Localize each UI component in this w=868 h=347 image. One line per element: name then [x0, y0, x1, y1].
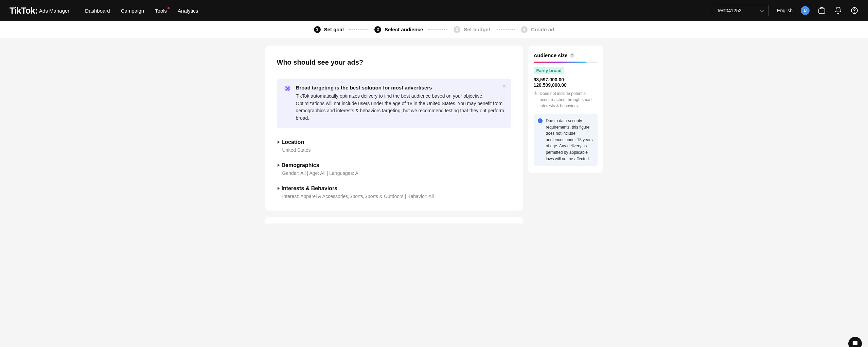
- step-label: Set goal: [324, 27, 344, 32]
- audience-card: Who should see your ads? Broad targeting…: [265, 46, 523, 211]
- caret-right-icon: [278, 141, 280, 144]
- chevron-down-icon: [760, 7, 764, 12]
- nav-tools[interactable]: Tools: [155, 8, 167, 14]
- step-separator: [496, 29, 515, 30]
- center-column: Who should see your ads? Broad targeting…: [265, 46, 523, 224]
- side-title: Audience size ?: [534, 52, 598, 58]
- section-interests: Interests & Behaviors Interest: Apparel …: [277, 185, 511, 199]
- nav-analytics[interactable]: Analytics: [178, 8, 198, 14]
- step-number: 3: [454, 26, 460, 33]
- section-title: Location: [282, 139, 304, 145]
- stepper: 1 Set goal 2 Select audience 3 Set budge…: [0, 21, 868, 38]
- language-selector[interactable]: English: [777, 8, 793, 13]
- avatar[interactable]: U: [801, 6, 810, 15]
- header-right: Test041252 English U: [712, 5, 858, 16]
- section-summary: Gender: All | Age: All | Languages: All: [282, 170, 511, 176]
- next-card-peek: [265, 217, 523, 224]
- account-selector[interactable]: Test041252: [712, 5, 769, 16]
- help-icon[interactable]: [850, 6, 858, 15]
- close-icon[interactable]: ✕: [502, 83, 507, 89]
- step-label: Set budget: [464, 27, 490, 32]
- svg-point-6: [535, 92, 536, 93]
- svg-point-2: [854, 12, 855, 13]
- step-label: Create ad: [531, 27, 554, 32]
- target-icon: [284, 85, 291, 92]
- section-location: Location United States: [277, 139, 511, 153]
- audience-size-badge: Fairly broad: [534, 67, 564, 74]
- step-number: 4: [521, 26, 528, 33]
- section-summary: United States: [282, 147, 511, 153]
- banner-body: TikTok automatically optimizes delivery …: [296, 93, 504, 122]
- broad-targeting-banner: Broad targeting is the best solution for…: [277, 79, 511, 128]
- section-title: Interests & Behaviors: [282, 185, 338, 192]
- notification-dot-icon: [167, 7, 170, 9]
- nav-dashboard[interactable]: Dashboard: [85, 8, 110, 14]
- section-title: Demographics: [282, 162, 319, 168]
- briefcase-icon[interactable]: [818, 6, 826, 15]
- section-toggle-interests[interactable]: Interests & Behaviors: [278, 185, 511, 192]
- main-nav: Dashboard Campaign Tools Analytics: [85, 8, 198, 14]
- section-summary: Interest: Apparel & Accessories,Sports,S…: [282, 194, 511, 199]
- person-icon: [534, 90, 538, 109]
- section-demographics: Demographics Gender: All | Age: All | La…: [277, 162, 511, 176]
- audience-size-range: 98,597,000.00-120,509,000.00: [534, 77, 598, 88]
- top-header: TikTok: Ads Manager Dashboard Campaign T…: [0, 0, 868, 21]
- logo-main: TikTok:: [10, 6, 38, 16]
- banner-text: Broad targeting is the best solution for…: [296, 85, 504, 122]
- section-toggle-location[interactable]: Location: [278, 139, 511, 145]
- svg-rect-0: [819, 9, 825, 13]
- data-security-info: i Due to data security requirements, thi…: [534, 114, 598, 166]
- logo-sub: Ads Manager: [39, 8, 69, 14]
- logo[interactable]: TikTok: Ads Manager: [10, 6, 69, 16]
- banner-title: Broad targeting is the best solution for…: [296, 85, 504, 90]
- info-icon: i: [538, 118, 543, 123]
- step-separator: [428, 29, 448, 30]
- main-content: Who should see your ads? Broad targeting…: [0, 38, 868, 224]
- step-number: 2: [374, 26, 381, 33]
- step-number: 1: [314, 26, 321, 33]
- step-separator: [349, 29, 369, 30]
- svg-point-5: [287, 88, 288, 89]
- page-title: Who should see your ads?: [277, 59, 511, 66]
- audience-size-fill: [534, 62, 586, 63]
- nav-campaign[interactable]: Campaign: [121, 8, 144, 14]
- audience-note: Does not include potential users reached…: [534, 90, 598, 109]
- caret-right-icon: [278, 164, 280, 167]
- chat-fab[interactable]: [848, 337, 862, 347]
- help-icon[interactable]: ?: [570, 53, 574, 58]
- step-select-audience[interactable]: 2 Select audience: [374, 26, 423, 33]
- bell-icon[interactable]: [834, 6, 842, 15]
- audience-size-bar: [534, 62, 598, 63]
- step-create-ad[interactable]: 4 Create ad: [521, 26, 554, 33]
- step-set-goal[interactable]: 1 Set goal: [314, 26, 344, 33]
- header-left: TikTok: Ads Manager Dashboard Campaign T…: [10, 6, 198, 16]
- step-set-budget[interactable]: 3 Set budget: [454, 26, 490, 33]
- account-name: Test041252: [717, 8, 741, 13]
- step-label: Select audience: [385, 27, 423, 32]
- caret-right-icon: [278, 187, 280, 190]
- audience-size-card: Audience size ? Fairly broad 98,597,000.…: [528, 46, 603, 173]
- section-toggle-demographics[interactable]: Demographics: [278, 162, 511, 168]
